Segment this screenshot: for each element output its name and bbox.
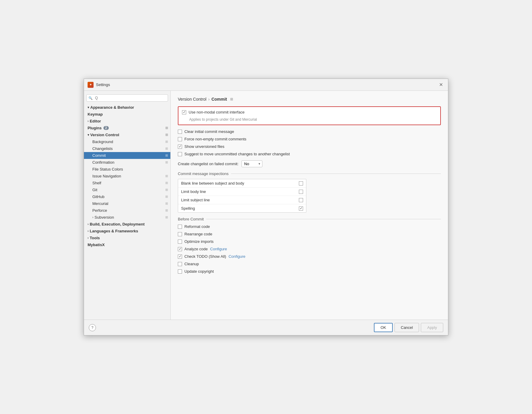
suggest-move-label: Suggest to move uncommitted changes to a… xyxy=(184,152,290,156)
sidebar-item-build-execution-deployment[interactable]: › Build, Execution, Deployment xyxy=(84,221,170,228)
check-todo-checkbox[interactable] xyxy=(178,254,182,259)
sidebar-item-plugins[interactable]: Plugins 2 ⊞ xyxy=(84,125,170,131)
sidebar-item-shelf[interactable]: Shelf ⊞ xyxy=(84,180,170,186)
reformat-code-label: Reformat code xyxy=(184,224,210,229)
sidebar-item-label: Build, Execution, Deployment xyxy=(90,222,144,226)
settings-icon: ⊞ xyxy=(165,174,168,178)
rearrange-code-checkbox[interactable] xyxy=(178,232,182,236)
expand-arrow: ▾ xyxy=(88,106,89,109)
settings-icon: ⊞ xyxy=(165,202,168,206)
titlebar-left: ✦ Settings xyxy=(88,82,110,88)
cleanup-checkbox[interactable] xyxy=(178,262,182,266)
sidebar-item-appearance-behavior[interactable]: ▾ Appearance & Behavior xyxy=(84,104,170,111)
check-todo-label: Check TODO (Show All) xyxy=(184,254,226,259)
suggest-move-checkbox[interactable] xyxy=(178,152,182,156)
settings-icon: ⊞ xyxy=(165,188,168,192)
breadcrumb: Version Control › Commit ⊞ xyxy=(178,97,441,102)
search-input[interactable] xyxy=(86,94,168,102)
clear-initial-row: Clear initial commit message xyxy=(178,129,441,134)
expand-arrow: ▾ xyxy=(88,133,89,137)
inspection-limit-body-row: Limit body line xyxy=(178,188,306,196)
inspections-section-title: Commit message inspections xyxy=(178,171,441,176)
apply-button[interactable]: Apply xyxy=(421,323,443,332)
breadcrumb-separator: › xyxy=(208,97,210,102)
rearrange-code-label: Rearrange code xyxy=(184,232,212,236)
non-modal-sublabel: Applies to projects under Git and Mercur… xyxy=(189,117,437,122)
sidebar-item-editor[interactable]: › Editor xyxy=(84,118,170,125)
sidebar-item-languages-frameworks[interactable]: › Languages & Frameworks xyxy=(84,228,170,234)
inspection-blank-line-checkbox[interactable] xyxy=(299,181,303,185)
sidebar-item-label: Editor xyxy=(90,119,101,123)
inspection-limit-subject-checkbox[interactable] xyxy=(299,198,303,202)
sidebar-item-keymap[interactable]: Keymap xyxy=(84,111,170,118)
settings-icon: ⊞ xyxy=(165,181,168,185)
sidebar-item-label: Changelists xyxy=(92,146,113,151)
non-modal-checkbox[interactable] xyxy=(182,110,186,114)
update-copyright-label: Update copyright xyxy=(184,269,214,274)
optimize-imports-checkbox[interactable] xyxy=(178,240,182,244)
window-title: Settings xyxy=(96,82,110,87)
show-unversioned-checkbox[interactable] xyxy=(178,145,182,149)
ok-button[interactable]: OK xyxy=(374,323,393,332)
sidebar-item-label: Confirmation xyxy=(92,160,114,165)
expand-arrow: › xyxy=(92,216,93,219)
inspection-spelling-checkbox[interactable] xyxy=(299,206,303,211)
check-todo-configure-link[interactable]: Configure xyxy=(229,254,245,259)
sidebar-item-background[interactable]: Background ⊞ xyxy=(84,138,170,145)
clear-initial-checkbox[interactable] xyxy=(178,130,182,134)
analyze-code-checkbox[interactable] xyxy=(178,247,182,251)
cleanup-row: Cleanup xyxy=(178,262,441,266)
force-non-empty-checkbox[interactable] xyxy=(178,137,182,141)
cancel-button[interactable]: Cancel xyxy=(395,323,419,332)
help-button[interactable]: ? xyxy=(89,324,96,331)
optimize-imports-label: Optimize imports xyxy=(184,239,214,244)
content-area: 🔍 ▾ Appearance & Behavior Keymap › Edito… xyxy=(84,91,448,320)
inspection-limit-subject-label: Limit subject line xyxy=(181,198,210,202)
inspections-box: Blank line between subject and body Limi… xyxy=(178,179,306,213)
non-modal-label: Use non-modal commit interface xyxy=(189,110,244,114)
sidebar-item-version-control[interactable]: ▾ Version Control ⊞ xyxy=(84,131,170,138)
analyze-code-configure-link[interactable]: Configure xyxy=(210,247,227,251)
sidebar-item-changelists[interactable]: Changelists ⊞ xyxy=(84,145,170,152)
sidebar-item-label: Background xyxy=(92,139,113,144)
search-icon: 🔍 xyxy=(88,96,93,100)
action-buttons: OK Cancel Apply xyxy=(374,323,443,332)
breadcrumb-parent: Version Control xyxy=(178,97,207,102)
settings-icon: ⊞ xyxy=(165,133,168,137)
sidebar-item-label: MybatisX xyxy=(88,243,105,247)
sidebar-item-git[interactable]: Git ⊞ xyxy=(84,186,170,193)
sidebar-item-tools[interactable]: › Tools xyxy=(84,234,170,241)
changelist-dropdown[interactable]: No xyxy=(241,160,262,167)
cleanup-label: Cleanup xyxy=(184,262,199,266)
sidebar-item-label: Languages & Frameworks xyxy=(90,229,138,233)
sidebar-item-mercurial[interactable]: Mercurial ⊞ xyxy=(84,200,170,207)
expand-arrow: › xyxy=(88,229,88,233)
sidebar-item-label: Mercurial xyxy=(92,201,108,206)
sidebar-item-subversion[interactable]: › Subversion ⊞ xyxy=(84,214,170,221)
inspection-limit-body-checkbox[interactable] xyxy=(299,190,303,194)
sidebar-item-label: Issue Navigation xyxy=(92,174,121,178)
sidebar-item-perforce[interactable]: Perforce ⊞ xyxy=(84,207,170,214)
settings-window: ✦ Settings ✕ 🔍 ▾ Appearance & Behavior K… xyxy=(84,79,448,335)
sidebar-item-mybatisx[interactable]: MybatisX xyxy=(84,241,170,248)
sidebar-item-label: Version Control xyxy=(90,133,119,137)
sidebar-item-confirmation[interactable]: Confirmation ⊞ xyxy=(84,159,170,166)
sidebar-item-label: Appearance & Behavior xyxy=(90,105,134,110)
force-non-empty-row: Force non-empty commit comments xyxy=(178,137,441,141)
close-button[interactable]: ✕ xyxy=(437,81,444,88)
before-commit-section: Before Commit Reformat code Rearrange co… xyxy=(178,217,441,274)
reformat-code-checkbox[interactable] xyxy=(178,225,182,229)
sidebar-item-github[interactable]: GitHub ⊞ xyxy=(84,193,170,200)
sidebar-item-commit[interactable]: Commit ⊞ xyxy=(84,152,170,159)
sidebar-item-issue-navigation[interactable]: Issue Navigation ⊞ xyxy=(84,173,170,180)
reformat-code-row: Reformat code xyxy=(178,224,441,229)
show-unversioned-row: Show unversioned files xyxy=(178,144,441,149)
expand-arrow: › xyxy=(88,236,88,240)
update-copyright-checkbox[interactable] xyxy=(178,269,182,274)
breadcrumb-settings-icon[interactable]: ⊞ xyxy=(230,97,233,101)
optimize-imports-row: Optimize imports xyxy=(178,239,441,244)
sidebar-item-label: Subversion xyxy=(94,215,114,220)
show-unversioned-label: Show unversioned files xyxy=(184,144,224,149)
sidebar-item-file-status-colors[interactable]: File Status Colors xyxy=(84,166,170,173)
non-modal-commit-section: Use non-modal commit interface Applies t… xyxy=(178,106,441,125)
